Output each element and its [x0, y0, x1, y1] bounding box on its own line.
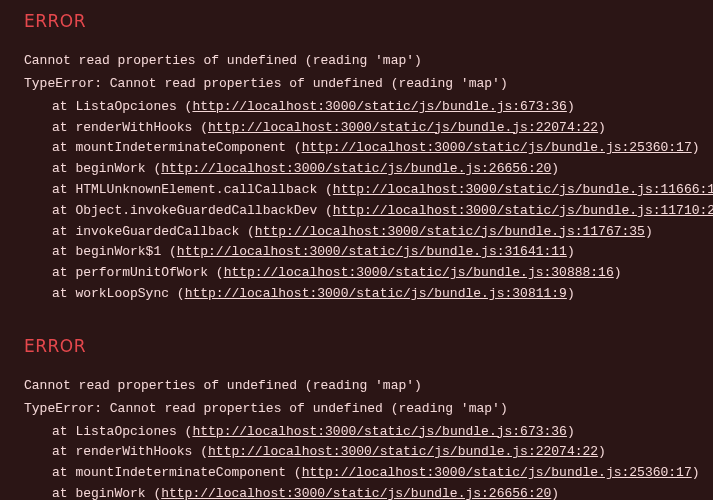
stack-prefix: at ListaOpciones (	[52, 424, 192, 439]
stack-suffix: )	[598, 444, 606, 459]
stack-source-link[interactable]: http://localhost:3000/static/js/bundle.j…	[192, 424, 566, 439]
stack-frame: at renderWithHooks (http://localhost:300…	[24, 442, 689, 463]
stack-suffix: )	[567, 286, 575, 301]
stack-prefix: at ListaOpciones (	[52, 99, 192, 114]
stack-prefix: at beginWork (	[52, 486, 161, 500]
stack-suffix: )	[645, 224, 653, 239]
stack-prefix: at workLoopSync (	[52, 286, 185, 301]
stack-frame: at beginWork$1 (http://localhost:3000/st…	[24, 242, 689, 263]
stack-prefix: at renderWithHooks (	[52, 444, 208, 459]
stack-suffix: )	[567, 99, 575, 114]
stack-source-link[interactable]: http://localhost:3000/static/js/bundle.j…	[208, 444, 598, 459]
stack-prefix: at beginWork (	[52, 161, 161, 176]
stack-source-link[interactable]: http://localhost:3000/static/js/bundle.j…	[302, 140, 692, 155]
stack-prefix: at renderWithHooks (	[52, 120, 208, 135]
stack-suffix: )	[692, 140, 700, 155]
error-summary: Cannot read properties of undefined (rea…	[24, 376, 689, 397]
stack-frame: at performUnitOfWork (http://localhost:3…	[24, 263, 689, 284]
stack-suffix: )	[598, 120, 606, 135]
stack-suffix: )	[692, 465, 700, 480]
stack-frame: at ListaOpciones (http://localhost:3000/…	[24, 422, 689, 443]
error-type-line: TypeError: Cannot read properties of und…	[24, 74, 689, 95]
stack-suffix: )	[567, 424, 575, 439]
stack-frame: at mountIndeterminateComponent (http://l…	[24, 138, 689, 159]
stack-frame: at HTMLUnknownElement.callCallback (http…	[24, 180, 689, 201]
stack-prefix: at mountIndeterminateComponent (	[52, 140, 302, 155]
error-heading: ERROR	[24, 8, 689, 35]
stack-source-link[interactable]: http://localhost:3000/static/js/bundle.j…	[255, 224, 645, 239]
stack-source-link[interactable]: http://localhost:3000/static/js/bundle.j…	[192, 99, 566, 114]
stack-frame: at invokeGuardedCallback (http://localho…	[24, 222, 689, 243]
error-block: ERRORCannot read properties of undefined…	[24, 8, 689, 305]
error-heading: ERROR	[24, 333, 689, 360]
stack-prefix: at HTMLUnknownElement.callCallback (	[52, 182, 333, 197]
stack-frame: at Object.invokeGuardedCallbackDev (http…	[24, 201, 689, 222]
stack-frame: at mountIndeterminateComponent (http://l…	[24, 463, 689, 484]
stack-source-link[interactable]: http://localhost:3000/static/js/bundle.j…	[161, 161, 551, 176]
stack-prefix: at performUnitOfWork (	[52, 265, 224, 280]
stack-source-link[interactable]: http://localhost:3000/static/js/bundle.j…	[333, 182, 713, 197]
stack-source-link[interactable]: http://localhost:3000/static/js/bundle.j…	[185, 286, 567, 301]
stack-suffix: )	[614, 265, 622, 280]
stack-prefix: at mountIndeterminateComponent (	[52, 465, 302, 480]
stack-prefix: at invokeGuardedCallback (	[52, 224, 255, 239]
stack-suffix: )	[567, 244, 575, 259]
stack-frame: at workLoopSync (http://localhost:3000/s…	[24, 284, 689, 305]
stack-source-link[interactable]: http://localhost:3000/static/js/bundle.j…	[302, 465, 692, 480]
stack-frame: at renderWithHooks (http://localhost:300…	[24, 118, 689, 139]
stack-suffix: )	[551, 161, 559, 176]
stack-prefix: at Object.invokeGuardedCallbackDev (	[52, 203, 333, 218]
stack-frame: at ListaOpciones (http://localhost:3000/…	[24, 97, 689, 118]
error-block: ERRORCannot read properties of undefined…	[24, 333, 689, 500]
stack-source-link[interactable]: http://localhost:3000/static/js/bundle.j…	[208, 120, 598, 135]
stack-source-link[interactable]: http://localhost:3000/static/js/bundle.j…	[161, 486, 551, 500]
stack-suffix: )	[551, 486, 559, 500]
stack-prefix: at beginWork$1 (	[52, 244, 177, 259]
stack-source-link[interactable]: http://localhost:3000/static/js/bundle.j…	[177, 244, 567, 259]
stack-source-link[interactable]: http://localhost:3000/static/js/bundle.j…	[224, 265, 614, 280]
stack-frame: at beginWork (http://localhost:3000/stat…	[24, 484, 689, 500]
stack-source-link[interactable]: http://localhost:3000/static/js/bundle.j…	[333, 203, 713, 218]
error-summary: Cannot read properties of undefined (rea…	[24, 51, 689, 72]
error-type-line: TypeError: Cannot read properties of und…	[24, 399, 689, 420]
stack-frame: at beginWork (http://localhost:3000/stat…	[24, 159, 689, 180]
